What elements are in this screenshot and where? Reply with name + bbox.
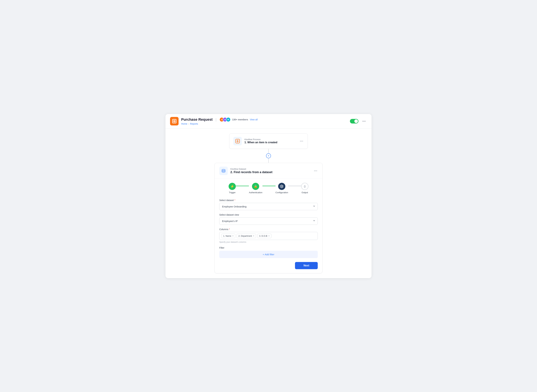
header-separator: | — [215, 117, 217, 122]
chip-department-close[interactable]: × — [253, 235, 254, 237]
trigger-card: Kissflow Process 1. When an item is crea… — [229, 133, 308, 149]
step-config-label: Configuration — [276, 191, 288, 194]
step-trigger-label: Trigger — [229, 191, 236, 194]
required-star-columns: * — [229, 228, 230, 231]
breadcrumb: Home › Reports — [181, 122, 350, 125]
dot-2 — [364, 121, 364, 121]
dataset-icon-box — [219, 167, 228, 175]
toggle-thumb — [354, 119, 358, 123]
dataset-title: 2. Find records from a dataset — [230, 171, 311, 174]
connector-trigger-auth — [236, 186, 249, 186]
select-view-label: Select dataset view — [219, 214, 318, 216]
columns-label: Columns * — [219, 228, 318, 231]
step-output-circle: {} — [301, 183, 308, 190]
steps-row: ⚡ Trigger 🔒 Authentication — [219, 183, 318, 194]
select-dataset-label: Select dataset * — [219, 199, 318, 201]
chip-dob: 3. D.O.B × — [257, 234, 271, 238]
select-view-input[interactable]: Employee's IP — [219, 217, 318, 225]
step-trigger: ⚡ Trigger — [229, 183, 236, 194]
app-title: Purchase Request — [181, 117, 213, 122]
connector-line-top — [268, 149, 269, 153]
step-config-circle — [278, 183, 285, 190]
footer-actions: Next — [219, 262, 318, 269]
columns-chips-container[interactable]: 1. Name × 2. Department × 3. D.O.B × — [219, 232, 318, 240]
more-dot-2 — [301, 141, 302, 141]
dataset-card: Kissflow Dataset 2. Find records from a … — [214, 163, 323, 273]
header-title-area: Purchase Request | S A M 130+ m — [181, 117, 350, 125]
columns-hint: Specify your dataset's columns — [219, 241, 318, 243]
filter-section: Filter + Add filter — [219, 247, 318, 258]
step-authentication: 🔒 Authentication — [249, 183, 262, 194]
select-dataset-group: Select dataset * Employee Onboarding — [219, 199, 318, 210]
chip-name-close[interactable]: × — [232, 235, 233, 237]
lock-icon: 🔒 — [254, 185, 257, 188]
connector-config-output — [288, 186, 301, 186]
avatars: S A M — [219, 117, 231, 122]
trigger-more-button[interactable] — [299, 140, 304, 142]
chip-department: 2. Department × — [237, 234, 256, 238]
add-step-button[interactable]: + — [266, 153, 271, 158]
dataset-card-header: Kissflow Dataset 2. Find records from a … — [215, 163, 322, 179]
app-logo — [170, 117, 179, 126]
step-trigger-circle: ⚡ — [229, 183, 236, 190]
more-dot-3 — [302, 141, 303, 141]
filter-label: Filter — [219, 247, 318, 249]
dot-1 — [362, 121, 363, 121]
chip-name: 1. Name × — [221, 234, 235, 238]
avatar-3: M — [226, 117, 231, 122]
dot-3 — [365, 121, 366, 121]
connector: + — [266, 149, 271, 163]
dataset-card-body: ⚡ Trigger 🔒 Authentication — [215, 179, 322, 273]
required-star-dataset: * — [234, 199, 235, 201]
dataset-more-button[interactable] — [314, 170, 318, 172]
chip-dob-close[interactable]: × — [268, 235, 270, 237]
braces-icon: {} — [304, 185, 306, 188]
select-view-group: Select dataset view Employee's IP — [219, 214, 318, 225]
step-configuration[interactable]: Configuration — [276, 183, 288, 194]
columns-group: Columns * 1. Name × 2. Department × — [219, 228, 318, 243]
toggle-switch[interactable] — [350, 119, 358, 123]
next-button[interactable]: Next — [295, 262, 318, 269]
trigger-text: Kissflow Process 1. When an item is crea… — [244, 138, 297, 144]
header-actions — [350, 118, 367, 124]
more-menu-button[interactable] — [361, 118, 367, 124]
breadcrumb-current[interactable]: Reports — [190, 122, 198, 125]
more-dot-1 — [300, 141, 301, 141]
trigger-icon-box — [233, 137, 242, 145]
more-dot-2 — [315, 171, 316, 171]
connector-auth-config — [262, 186, 276, 186]
svg-point-7 — [222, 169, 225, 171]
dataset-text: Kissflow Dataset 2. Find records from a … — [230, 168, 311, 174]
step-auth-label: Authentication — [249, 191, 262, 194]
trigger-title: 1. When an item is created — [244, 141, 297, 144]
more-dot-3 — [316, 171, 317, 171]
dataset-source-label: Kissflow Dataset — [230, 168, 311, 170]
step-output-label: Output — [302, 191, 308, 194]
select-dataset-input[interactable]: Employee Onboarding — [219, 203, 318, 210]
breadcrumb-separator: › — [188, 122, 189, 125]
add-filter-button[interactable]: + Add filter — [219, 251, 318, 258]
trigger-source-label: Kissflow Process — [244, 138, 297, 141]
step-auth-circle: 🔒 — [252, 183, 259, 190]
lightning-icon: ⚡ — [230, 184, 234, 188]
more-dot-1 — [314, 171, 315, 171]
select-dataset-wrapper: Employee Onboarding — [219, 203, 318, 210]
select-view-wrapper: Employee's IP — [219, 217, 318, 225]
header: Purchase Request | S A M 130+ m — [166, 114, 371, 129]
connector-line-bottom — [268, 158, 269, 163]
view-all-link[interactable]: View all — [250, 118, 257, 121]
main-content: Kissflow Process 1. When an item is crea… — [166, 129, 371, 278]
step-output[interactable]: {} Output — [301, 183, 308, 194]
members-area: S A M 130+ members View all — [219, 117, 258, 122]
breadcrumb-home[interactable]: Home — [181, 122, 187, 125]
members-count: 130+ members — [232, 118, 248, 121]
gear-icon — [280, 185, 284, 188]
